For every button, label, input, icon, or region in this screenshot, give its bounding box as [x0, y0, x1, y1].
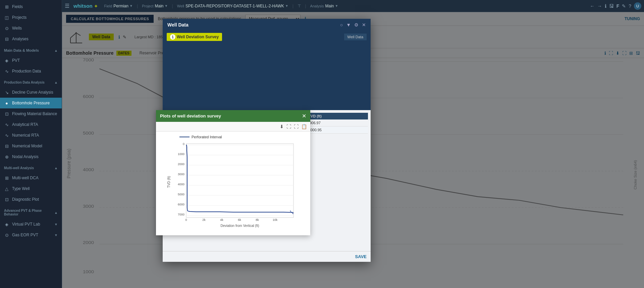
svg-text:6k: 6k: [238, 218, 241, 222]
dialog-save-button[interactable]: SAVE: [355, 254, 367, 259]
analysis-caret: ▼: [335, 4, 338, 8]
gas-eor-icon: ⊙: [4, 232, 9, 238]
project-value[interactable]: Main ▼: [155, 4, 168, 8]
sidebar-label-type-well: Type Well: [12, 186, 30, 191]
edit-icon[interactable]: ✎: [622, 3, 626, 9]
section-main-data-label: Main Data & Models: [4, 48, 39, 52]
tab-number: 1: [170, 34, 175, 40]
brand: whitson+: [73, 3, 97, 9]
sidebar-item-nodal[interactable]: ⊕ Nodal Analysis: [0, 151, 62, 162]
field-value-text: Permian: [113, 4, 128, 8]
dialog-footer: SAVE: [163, 251, 371, 262]
well-caret: ▼: [285, 4, 288, 8]
dialog-header-icons: ○ ▼ ⚙ ✕: [340, 22, 366, 28]
sidebar-item-fmb[interactable]: ⊡ Flowing Material Balance: [0, 108, 62, 119]
toolbar-download-icon[interactable]: ⬇: [280, 124, 284, 129]
well-value[interactable]: SPE-DATA-REPOSITORY-DATASET-1-WELL-2-HAW…: [185, 4, 288, 8]
dialog-tab-deviation[interactable]: 1 Well Deviation Survey: [167, 33, 222, 41]
filter-icon[interactable]: ⊤: [298, 4, 301, 8]
wells-icon: ⊙: [4, 26, 9, 31]
svg-text:8k: 8k: [256, 218, 259, 222]
field-caret: ▼: [129, 4, 133, 8]
sidebar-item-pvt[interactable]: ◈ PVT: [0, 55, 62, 66]
section-main-data-chevron: ▲: [54, 49, 58, 52]
field-group: Field Permian ▼: [104, 4, 132, 8]
sidebar-label-multiwell-dca: Multi-well DCA: [12, 176, 39, 180]
svg-text:1000: 1000: [178, 152, 184, 156]
projects-icon: ◫: [4, 15, 9, 20]
dialog-body: MD (ft) TVD (ft) 907 906.97 10: [163, 110, 371, 251]
sidebar-item-numerical-rta[interactable]: ∿ Numerical RTA: [0, 130, 62, 141]
help-icon[interactable]: ?: [629, 3, 631, 9]
virtual-pvt-icon: ◈: [4, 222, 9, 227]
sidebar-item-gas-eor[interactable]: ⊙ Gas EOR PVT ▼: [0, 230, 62, 240]
sidebar-item-fields[interactable]: ⊞ Fields: [0, 1, 62, 12]
numerical-model-icon: ⊟: [4, 143, 9, 149]
section-multiwell[interactable]: Multi-well Analysis ▲: [0, 163, 62, 173]
toolbar-zoom-icon[interactable]: ⛶: [286, 124, 291, 129]
multiwell-dca-icon: ⊞: [4, 175, 9, 181]
sidebar-item-wells[interactable]: ⊙ Wells: [0, 23, 62, 34]
well-value-text: SPE-DATA-REPOSITORY-DATASET-1-WELL-2-HAW…: [185, 4, 284, 8]
svg-text:5000: 5000: [178, 193, 184, 196]
section-advanced-pvt[interactable]: Advanced PVT & Phase Behavior ▲: [0, 206, 62, 219]
dialog-icon-thermo[interactable]: ▼: [346, 22, 351, 28]
section-multiwell-chevron: ▲: [54, 166, 58, 170]
svg-rect-21: [186, 144, 293, 218]
well-data-dialog: Well Data ○ ▼ ⚙ ✕ 1 Well Deviation Surve…: [163, 19, 371, 262]
nav-back-btn[interactable]: ←: [590, 3, 595, 9]
section-prod-chevron: ▲: [54, 81, 58, 84]
svg-text:0: 0: [185, 218, 187, 222]
sidebar-item-numerical-model[interactable]: ⊟ Numerical Model: [0, 141, 62, 151]
sidebar-item-multiwell-dca[interactable]: ⊞ Multi-well DCA: [0, 173, 62, 183]
analysis-value[interactable]: Main ▼: [325, 4, 338, 8]
sidebar-item-bhp[interactable]: ● Bottomhole Pressure: [0, 98, 62, 108]
svg-text:3000: 3000: [178, 173, 184, 176]
sidebar-item-virtual-pvt[interactable]: ◈ Virtual PVT Lab ▼: [0, 219, 62, 230]
svg-text:10k: 10k: [273, 218, 278, 222]
section-prod-analysis[interactable]: Production Data Analysis ▲: [0, 78, 62, 87]
dialog-icon-drop[interactable]: ○: [340, 22, 343, 28]
save-icon[interactable]: 🖫: [609, 3, 614, 9]
well-label: Well: [177, 4, 184, 8]
nav-fwd-btn[interactable]: →: [597, 3, 602, 9]
svg-text:4k: 4k: [220, 218, 223, 222]
svg-text:2000: 2000: [178, 162, 184, 166]
sidebar-label-numerical-model: Numerical Model: [12, 144, 42, 148]
chart-legend: Perforated Interval: [179, 135, 307, 139]
sidebar-item-analyses[interactable]: ⊟ Analyses: [0, 34, 62, 44]
dialog-close-btn[interactable]: ✕: [362, 22, 366, 28]
menu-icon[interactable]: ☰: [65, 3, 69, 9]
toolbar-copy-icon[interactable]: 📋: [301, 124, 307, 129]
diagnostic-icon: ⊡: [4, 197, 9, 202]
inner-popup-toolbar: ⬇ ⛶ ⛶ 📋: [156, 122, 310, 132]
dialog-tab-bar: 1 Well Deviation Survey Well Data: [163, 31, 371, 43]
sidebar-item-diagnostic[interactable]: ⊡ Diagnostic Plot: [0, 194, 62, 205]
dialog-icon-gear[interactable]: ⚙: [354, 22, 359, 28]
dialog-tab-right: Well Data: [344, 34, 367, 40]
sep3: |: [292, 3, 293, 8]
sidebar-item-dca[interactable]: ↘ Decline Curve Analysis: [0, 87, 62, 98]
sidebar-item-production-data[interactable]: ∿ Production Data: [0, 66, 62, 77]
sidebar-label-analyses: Analyses: [12, 37, 29, 41]
inner-popup-header: Plots of well deviation survey ✕: [156, 110, 310, 122]
toolbar-expand-icon[interactable]: ⛶: [294, 124, 299, 129]
pvt-icon: ◈: [4, 58, 9, 63]
sidebar-label-fmb: Flowing Material Balance: [12, 111, 57, 116]
sidebar-item-analytical-rta[interactable]: ∿ Analytical RTA: [0, 119, 62, 130]
field-value[interactable]: Permian ▼: [113, 4, 133, 8]
section-main-data[interactable]: Main Data & Models ▲: [0, 46, 62, 55]
svg-text:0: 0: [183, 142, 184, 146]
sidebar-label-pvt: PVT: [12, 58, 20, 63]
user-avatar[interactable]: U: [634, 2, 641, 10]
sidebar-item-projects[interactable]: ◫ Projects: [0, 12, 62, 23]
analysis-value-text: Main: [325, 4, 334, 8]
inner-popup-close-btn[interactable]: ✕: [302, 113, 306, 119]
virtual-pvt-expand: ▼: [54, 223, 58, 226]
font-icon[interactable]: F: [616, 3, 620, 9]
info-icon[interactable]: ℹ: [605, 3, 606, 9]
topbar: ☰ whitson+ Field Permian ▼ | Project Mai…: [62, 0, 644, 12]
section-multiwell-label: Multi-well Analysis: [4, 166, 34, 170]
sidebar-label-diagnostic: Diagnostic Plot: [12, 197, 39, 202]
sidebar-item-type-well[interactable]: △ Type Well: [0, 183, 62, 194]
